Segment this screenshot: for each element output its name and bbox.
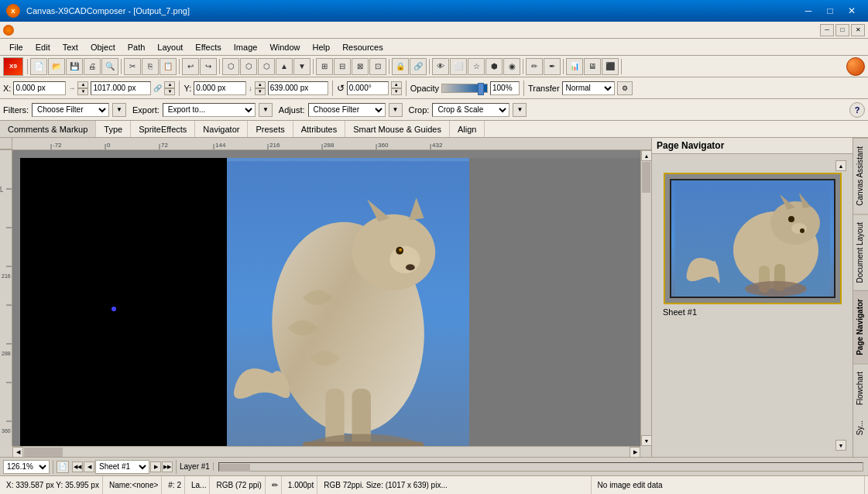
undo-btn[interactable]: ↩ — [182, 58, 199, 75]
paste-btn[interactable]: 📋 — [160, 58, 177, 75]
tb-tool18[interactable]: ✒ — [544, 58, 561, 75]
transfer-select[interactable]: Normal — [562, 81, 615, 95]
tb-tool12[interactable]: 👁 — [432, 58, 449, 75]
sheet-prev-btn[interactable]: ◀ — [84, 461, 94, 472]
minimize-button[interactable]: ─ — [798, 3, 818, 19]
tb-tool2[interactable]: ⬡ — [240, 58, 257, 75]
tb-tool11[interactable]: 🔗 — [410, 58, 427, 75]
sheet-last-btn[interactable]: ▶▶ — [162, 461, 173, 472]
tab-page-navigator[interactable]: Page Navigator — [853, 290, 868, 363]
hscroll-track[interactable] — [63, 447, 630, 457]
nav-scroll-down[interactable]: ▼ — [835, 440, 846, 451]
help-button[interactable]: ? — [849, 102, 865, 118]
w-lock[interactable]: 🔗 — [153, 84, 162, 92]
width-input[interactable] — [91, 81, 151, 95]
tab-navigator[interactable]: Navigator — [195, 121, 248, 137]
vscroll-thumb[interactable] — [642, 162, 650, 193]
canvas-main[interactable] — [12, 150, 640, 446]
tb-tool6[interactable]: ⊞ — [316, 58, 333, 75]
menu-path[interactable]: Path — [122, 41, 152, 53]
export-select[interactable]: Export to... — [163, 103, 256, 117]
sheet-next-btn[interactable]: ▶ — [150, 461, 161, 472]
hscroll-left-btn[interactable]: ◀ — [12, 447, 23, 457]
tab-type[interactable]: Type — [96, 121, 131, 137]
inner-close[interactable]: ✕ — [851, 24, 865, 36]
tab-presets[interactable]: Presets — [248, 121, 293, 137]
tb-tool5[interactable]: ▼ — [293, 58, 310, 75]
tb-tool4[interactable]: ▲ — [276, 58, 293, 75]
print-btn[interactable]: 🖨 — [84, 58, 101, 75]
cut-btn[interactable]: ✂ — [124, 58, 141, 75]
vscrollbar[interactable]: ▲ ▼ — [640, 150, 651, 446]
maximize-button[interactable]: □ — [820, 3, 840, 19]
adjust-select[interactable]: Choose Filter — [308, 103, 386, 117]
menu-effects[interactable]: Effects — [189, 41, 227, 53]
tb-tool15[interactable]: ⬢ — [485, 58, 503, 75]
x-input[interactable] — [13, 81, 66, 95]
w-spin-up[interactable]: ▲ — [164, 81, 175, 88]
tb-tool16[interactable]: ◉ — [503, 58, 520, 75]
tb-tool10[interactable]: 🔒 — [392, 58, 409, 75]
tb-tool3[interactable]: ⬡ — [258, 58, 275, 75]
y-spin-dn[interactable]: ▼ — [255, 88, 266, 95]
tab-document-layout[interactable]: Document Layout — [853, 214, 868, 290]
tb-tool8[interactable]: ⊠ — [352, 58, 369, 75]
x-arrow[interactable]: → — [68, 84, 75, 92]
tb-tool7[interactable]: ⊟ — [334, 58, 351, 75]
hscroll-right-btn[interactable]: ▶ — [630, 447, 640, 457]
y-arrow[interactable]: ↓ — [249, 84, 252, 92]
opacity-thumb[interactable] — [478, 83, 484, 95]
tb-tool14[interactable]: ☆ — [468, 58, 485, 75]
tab-comments-markup[interactable]: Comments & Markup — [0, 121, 96, 137]
crop-dropdown[interactable]: ▼ — [513, 103, 527, 117]
opacity-slider-track[interactable] — [441, 84, 488, 93]
filters-select[interactable]: Choose Filter — [32, 103, 109, 117]
redo-btn[interactable]: ↪ — [200, 58, 217, 75]
tb-tool20[interactable]: 🖥 — [584, 58, 601, 75]
nav-thumbnail-container[interactable] — [664, 173, 842, 304]
tab-sprite-effects[interactable]: SpriteEffects — [131, 121, 195, 137]
nav-scroll-up[interactable]: ▲ — [835, 160, 846, 171]
x-spin-dn[interactable]: ▼ — [77, 88, 88, 95]
save-btn[interactable]: 💾 — [66, 58, 83, 75]
preview-btn[interactable]: 🔍 — [101, 58, 118, 75]
menu-window[interactable]: Window — [263, 41, 306, 53]
crop-select[interactable]: Crop & Scale — [432, 103, 509, 117]
menu-text[interactable]: Text — [57, 41, 84, 53]
angle1-input[interactable] — [347, 81, 389, 95]
menu-resources[interactable]: Resources — [336, 41, 389, 53]
tb-tool9[interactable]: ⊡ — [369, 58, 386, 75]
hscroll-thumb[interactable] — [24, 448, 63, 457]
tab-sy[interactable]: Sy... — [853, 413, 868, 443]
y-spin-up[interactable]: ▲ — [255, 81, 266, 88]
menu-image[interactable]: Image — [228, 41, 264, 53]
sheet-first-btn[interactable]: ◀◀ — [72, 461, 83, 472]
menu-file[interactable]: File — [3, 41, 29, 53]
new-page-btn[interactable]: 📄 — [57, 461, 69, 473]
tab-flowchart[interactable]: Flowchart — [853, 363, 868, 413]
sheet-select[interactable]: Sheet #1 — [95, 460, 149, 474]
menu-help[interactable]: Help — [307, 41, 337, 53]
tb-tool13[interactable]: ⬜ — [450, 58, 467, 75]
height-input[interactable] — [268, 81, 328, 95]
inner-maximize[interactable]: □ — [835, 24, 849, 36]
zoom-display[interactable]: 126.1% — [3, 460, 53, 474]
adjust-dropdown[interactable]: ▼ — [389, 103, 403, 117]
export-dropdown[interactable]: ▼ — [259, 103, 273, 117]
a1-dn[interactable]: ▼ — [391, 88, 402, 95]
hscroll-indicator[interactable] — [218, 462, 863, 472]
vscroll-up-btn[interactable]: ▲ — [641, 150, 651, 161]
w-spin-dn[interactable]: ▼ — [164, 88, 175, 95]
tab-align[interactable]: Align — [450, 121, 485, 137]
vscroll-down-btn[interactable]: ▼ — [641, 435, 651, 446]
opacity-value[interactable] — [490, 81, 520, 95]
transfer-extra[interactable]: ⚙ — [617, 81, 633, 95]
menu-object[interactable]: Object — [84, 41, 122, 53]
tab-smart-mouse[interactable]: Smart Mouse & Guides — [345, 121, 450, 137]
new-btn[interactable]: 📄 — [30, 58, 47, 75]
tb-tool21[interactable]: ⬛ — [602, 58, 619, 75]
tb-tool19[interactable]: 📊 — [566, 58, 583, 75]
layer-abbr-display[interactable]: La... — [188, 476, 210, 494]
menu-edit[interactable]: Edit — [29, 41, 57, 53]
close-button[interactable]: ✕ — [842, 3, 862, 19]
